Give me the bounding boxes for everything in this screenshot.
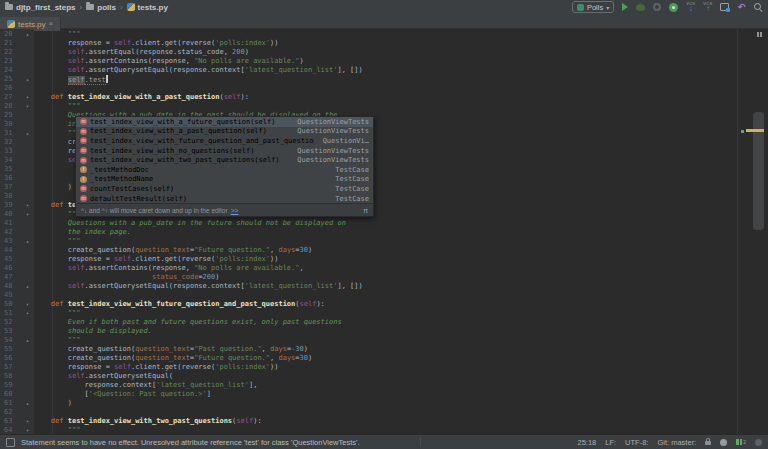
- code-line-43[interactable]: 43▴ """: [0, 237, 768, 246]
- completion-item[interactable]: f_testMethodNameTestCase: [76, 175, 373, 185]
- line-number[interactable]: 63: [0, 417, 21, 426]
- line-number[interactable]: 35: [0, 165, 21, 174]
- code-line-20[interactable]: 20▴ """: [0, 30, 768, 39]
- code-text[interactable]: self.test: [34, 75, 768, 84]
- code-text[interactable]: def test_index_view_with_two_past_questi…: [34, 417, 768, 426]
- code-text[interactable]: """: [34, 30, 768, 39]
- line-number[interactable]: 22: [0, 48, 21, 57]
- code-text[interactable]: def test_index_view_with_a_past_question…: [34, 93, 768, 102]
- line-number[interactable]: 33: [0, 147, 21, 156]
- line-number[interactable]: 32: [0, 138, 21, 147]
- breadcrumb-item-polls[interactable]: polls: [86, 3, 116, 12]
- code-editor[interactable]: 20▴ """21 response = self.client.get(rev…: [0, 29, 768, 434]
- line-number[interactable]: 46: [0, 264, 21, 273]
- line-number[interactable]: 31: [0, 129, 21, 138]
- code-line-26[interactable]: 26: [0, 84, 768, 93]
- caret-position-widget[interactable]: 25:18: [577, 438, 596, 447]
- notification-icon[interactable]: [755, 439, 762, 446]
- hector-inspector-icon[interactable]: [720, 439, 727, 446]
- code-line-24[interactable]: 24 self.assertQuerysetEqual(response.con…: [0, 66, 768, 75]
- completion-item[interactable]: mtest_index_view_with_no_questions(self)…: [76, 146, 373, 156]
- code-text[interactable]: Even if both past and future questions e…: [34, 318, 768, 327]
- completion-item[interactable]: f_testMethodDocTestCase: [76, 165, 373, 175]
- line-number[interactable]: 49: [0, 291, 21, 300]
- line-number[interactable]: 30: [0, 120, 21, 129]
- code-text[interactable]: """: [34, 336, 768, 345]
- line-number[interactable]: 27: [0, 93, 21, 102]
- code-text[interactable]: [34, 408, 768, 417]
- line-number[interactable]: 53: [0, 327, 21, 336]
- vcs-update-button[interactable]: VCS ↓: [686, 2, 695, 12]
- code-text[interactable]: ['<Question: Past question.>']: [34, 390, 768, 399]
- code-line-49[interactable]: 49: [0, 291, 768, 300]
- code-line-64[interactable]: 64▾ """: [0, 426, 768, 434]
- line-number[interactable]: 29: [0, 111, 21, 120]
- close-icon[interactable]: ×: [49, 20, 54, 28]
- line-number[interactable]: 54: [0, 336, 21, 345]
- fold-marker-icon[interactable]: ▾: [21, 417, 34, 426]
- fold-marker-icon[interactable]: ▴: [21, 30, 34, 39]
- code-line-51[interactable]: 51▾ """: [0, 309, 768, 318]
- code-text[interactable]: ): [34, 399, 768, 408]
- line-number[interactable]: 60: [0, 390, 21, 399]
- code-text[interactable]: should be displayed.: [34, 327, 768, 336]
- line-number[interactable]: 25: [0, 75, 21, 84]
- code-line-58[interactable]: 58 self.assertQuerysetEqual(: [0, 372, 768, 381]
- code-line-55[interactable]: 55 create_question(question_text="Past q…: [0, 345, 768, 354]
- line-separator-widget[interactable]: LF:: [605, 438, 616, 447]
- code-line-63[interactable]: 63▾ def test_index_view_with_two_past_qu…: [0, 417, 768, 426]
- line-number[interactable]: 51: [0, 309, 21, 318]
- line-number[interactable]: 20: [0, 30, 21, 39]
- line-number[interactable]: 36: [0, 174, 21, 183]
- code-line-54[interactable]: 54▴ """: [0, 336, 768, 345]
- line-number[interactable]: 42: [0, 228, 21, 237]
- line-number[interactable]: 57: [0, 363, 21, 372]
- code-text[interactable]: the index page.: [34, 228, 768, 237]
- code-text[interactable]: [34, 84, 768, 93]
- line-number[interactable]: 58: [0, 372, 21, 381]
- code-line-45[interactable]: 45 response = self.client.get(reverse('p…: [0, 255, 768, 264]
- code-line-21[interactable]: 21 response = self.client.get(reverse('p…: [0, 39, 768, 48]
- breadcrumb-item-djtp_first_steps[interactable]: djtp_first_steps: [5, 3, 76, 12]
- line-number[interactable]: 28: [0, 102, 21, 111]
- code-text[interactable]: create_question(question_text="Past ques…: [34, 345, 768, 354]
- fold-marker-icon[interactable]: ▾: [21, 102, 34, 111]
- line-number[interactable]: 62: [0, 408, 21, 417]
- code-line-22[interactable]: 22 self.assertEqual(response.status_code…: [0, 48, 768, 57]
- line-number[interactable]: 43: [0, 237, 21, 246]
- completion-item[interactable]: mtest_index_view_with_a_past_question(se…: [76, 127, 373, 137]
- profiler-button[interactable]: [669, 3, 678, 12]
- line-number[interactable]: 38: [0, 192, 21, 201]
- toolwindow-switcher-icon[interactable]: [6, 438, 15, 447]
- line-number[interactable]: 61: [0, 399, 21, 408]
- lock-icon[interactable]: [705, 441, 711, 445]
- code-line-50[interactable]: 50▾ def test_index_view_with_future_ques…: [0, 300, 768, 309]
- rollback-button[interactable]: ↶: [737, 3, 745, 12]
- code-line-48[interactable]: 48▴ self.assertQuerysetEqual(response.co…: [0, 282, 768, 291]
- code-text[interactable]: create_question(question_text="Future qu…: [34, 246, 768, 255]
- code-line-53[interactable]: 53 should be displayed.: [0, 327, 768, 336]
- code-text[interactable]: """: [34, 309, 768, 318]
- code-text[interactable]: create_question(question_text="Future qu…: [34, 354, 768, 363]
- code-line-52[interactable]: 52 Even if both past and future question…: [0, 318, 768, 327]
- code-line-42[interactable]: 42 the index page.: [0, 228, 768, 237]
- inspection-status-icon[interactable]: [757, 32, 762, 37]
- code-line-61[interactable]: 61▴ ): [0, 399, 768, 408]
- line-number[interactable]: 59: [0, 381, 21, 390]
- code-text[interactable]: self.assertContains(response, "No polls …: [34, 57, 768, 66]
- code-line-57[interactable]: 57 response = self.client.get(reverse('p…: [0, 363, 768, 372]
- fold-marker-icon[interactable]: ▴: [21, 399, 34, 408]
- fold-marker-icon[interactable]: ▾: [21, 309, 34, 318]
- line-number[interactable]: 44: [0, 246, 21, 255]
- fold-marker-icon[interactable]: ▴: [21, 75, 34, 84]
- git-branch-widget[interactable]: Git: master:: [657, 438, 696, 447]
- run-configuration-select[interactable]: Polls ▾: [572, 1, 614, 13]
- search-everywhere-button[interactable]: [753, 2, 763, 12]
- code-text[interactable]: [34, 291, 768, 300]
- code-line-25[interactable]: 25▴ self.test: [0, 75, 768, 84]
- completion-item[interactable]: mtest_index_view_with_a_future_question(…: [76, 117, 373, 127]
- code-line-62[interactable]: 62: [0, 408, 768, 417]
- completion-more-link[interactable]: >>: [231, 207, 239, 214]
- line-number[interactable]: 45: [0, 255, 21, 264]
- completion-item[interactable]: mcountTestCases(self)TestCase: [76, 184, 373, 194]
